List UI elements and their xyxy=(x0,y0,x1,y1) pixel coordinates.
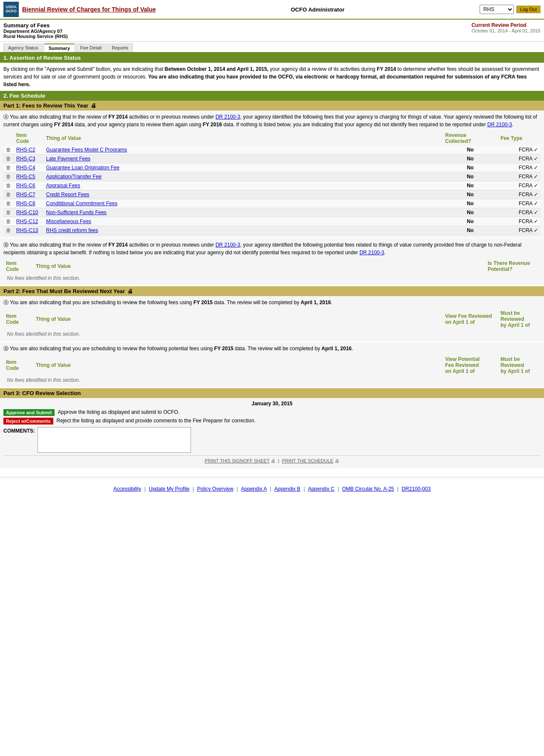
footer-sep-3: | xyxy=(237,486,239,492)
dr2100-3-link-2b[interactable]: DR 2100-3 xyxy=(359,250,384,256)
item-code-link[interactable]: RHS-C8 xyxy=(16,201,35,206)
printer-icon-schedule: 🖨 xyxy=(335,458,339,463)
thing-of-value-link[interactable]: Application/Transfer Fee xyxy=(46,174,101,180)
revenue-cell: No xyxy=(443,226,498,235)
thing-of-value-link[interactable]: RHS credit reform fees xyxy=(46,227,98,233)
tab-agency-status[interactable]: Agency Status xyxy=(3,44,43,52)
section1-header: 1. Assertion of Review Status xyxy=(0,53,544,63)
thing-of-value-link[interactable]: Credit Report Fees xyxy=(46,192,89,198)
item-code-cell: RHS-C2 xyxy=(14,145,43,154)
revenue-cell: No xyxy=(443,154,498,163)
table-row: 🗑 RHS-C10 Non-Sufficient Funds Fees No F… xyxy=(3,208,541,217)
cfo-date: January 30, 2015 xyxy=(3,401,541,407)
footer-appendix-b-link[interactable]: Appendix B xyxy=(274,486,300,492)
header-right: RHS Log Out xyxy=(480,5,541,14)
item-code-cell: RHS-C4 xyxy=(14,163,43,172)
thing-of-value-link[interactable]: Non-Sufficient Funds Fees xyxy=(46,209,107,215)
fee-type-cell: FCRA ✓ xyxy=(498,181,541,190)
trash-icon[interactable]: 🗑 xyxy=(6,192,11,198)
footer-dr2100-003-link[interactable]: DR2100-003 xyxy=(402,486,431,492)
col-header-revenue: RevenueCollected? xyxy=(443,131,498,145)
footer: Accessibility | Update My Profile | Poli… xyxy=(0,477,544,500)
tab-summary[interactable]: Summary xyxy=(44,44,75,52)
cfo-section: January 30, 2015 Approve and Submit Appr… xyxy=(0,398,544,468)
trash-cell: 🗑 xyxy=(3,145,14,154)
footer-accessibility-link[interactable]: Accessibility xyxy=(113,486,141,492)
item-code-cell: RHS-C3 xyxy=(14,154,43,163)
footer-appendix-c-link[interactable]: Appendix C xyxy=(308,486,334,492)
item-code-link[interactable]: RHS-C6 xyxy=(16,183,35,189)
dr2100-3-link-1b[interactable]: DR 2100-3 xyxy=(487,122,512,128)
footer-sep-5: | xyxy=(304,486,306,492)
reject-comments-button[interactable]: Reject w/Comments xyxy=(3,418,53,425)
section2-header: 2. Fee Schedule xyxy=(0,91,544,101)
fees-table-a: ItemCode Thing of Value RevenueCollected… xyxy=(3,131,541,235)
dr2100-3-link-1a[interactable]: DR 2100-3 xyxy=(215,114,240,120)
comments-textarea[interactable] xyxy=(38,427,191,453)
part1-b-text: Ⓑ You are also indicating that in the re… xyxy=(3,241,541,256)
summary-title: Summary of Fees xyxy=(3,22,68,29)
summary-left: Summary of Fees Department AG/Agency 07 … xyxy=(3,22,68,39)
part2-fees-table-a: ItemCode Thing of Value View Fee Reviewe… xyxy=(3,309,541,329)
trash-icon[interactable]: 🗑 xyxy=(6,156,11,162)
trash-icon[interactable]: 🗑 xyxy=(6,209,11,215)
trash-icon[interactable]: 🗑 xyxy=(6,147,11,153)
trash-cell: 🗑 xyxy=(3,199,14,208)
trash-icon[interactable]: 🗑 xyxy=(6,218,11,224)
trash-icon[interactable]: 🗑 xyxy=(6,227,11,233)
navigation-tabs: Agency Status Summary Fee Detail Reports xyxy=(0,42,544,53)
tab-reports[interactable]: Reports xyxy=(107,44,133,52)
fee-type-cell: FCRA ✓ xyxy=(498,226,541,235)
item-code-link[interactable]: RHS-C12 xyxy=(16,218,38,224)
p2-col-view-fee: View Fee Reviewedon April 1 of xyxy=(443,309,498,329)
thing-of-value-link[interactable]: Miscellaneous Fees xyxy=(46,218,91,224)
trash-icon[interactable]: 🗑 xyxy=(6,201,11,206)
footer-omb-circular-link[interactable]: OMB Circular No. A-25 xyxy=(342,486,394,492)
revenue-cell: No xyxy=(443,163,498,172)
part2-no-fees-b: No fees identified in this section. xyxy=(3,375,541,385)
item-code-link[interactable]: RHS-C10 xyxy=(16,209,38,215)
trash-icon[interactable]: 🗑 xyxy=(6,183,11,189)
tab-fee-detail[interactable]: Fee Detail xyxy=(75,44,106,52)
thing-of-value-link[interactable]: Late Payment Fees xyxy=(46,156,90,162)
thing-of-value-link[interactable]: Condititional Commitment Fees xyxy=(46,201,117,206)
footer-appendix-a-link[interactable]: Appendix A xyxy=(241,486,266,492)
crp-title: Current Review Period xyxy=(472,22,541,28)
p2-col-item: ItemCode xyxy=(3,309,33,329)
department-label: Department AG/Agency 07 xyxy=(3,29,68,34)
table-row: 🗑 RHS-C8 Condititional Commitment Fees N… xyxy=(3,199,541,208)
thing-of-value-link[interactable]: Guarantee Fees Model C Programs xyxy=(46,147,127,153)
p2-col-tov: Thing of Value xyxy=(33,309,443,329)
col-b-item-code: ItemCode xyxy=(3,259,33,273)
item-code-link[interactable]: RHS-C13 xyxy=(16,227,38,233)
printer-icon-part2: 🖨 xyxy=(127,288,133,294)
comments-row: COMMENTS: xyxy=(3,427,541,453)
part3-label: Part 3: CFO Review Selection xyxy=(3,390,81,396)
thing-of-value-cell: Credit Report Fees xyxy=(43,190,443,199)
footer-policy-overview-link[interactable]: Policy Overview xyxy=(197,486,233,492)
thing-of-value-link[interactable]: Appraisal Fees xyxy=(46,183,80,189)
print-schedule-link[interactable]: PRINT THE SCHEDULE xyxy=(282,458,333,463)
p2b-col-item: ItemCode xyxy=(3,355,33,375)
header-left: USDA OCFO Biennial Review of Charges for… xyxy=(3,2,156,17)
p2b-col-view-potential: View PotentialFee Reviewedon April 1 of xyxy=(443,355,498,375)
footer-sep-1: | xyxy=(145,486,147,492)
dr2100-3-link-2a[interactable]: DR 2100-3 xyxy=(215,242,240,248)
thing-of-value-cell: Condititional Commitment Fees xyxy=(43,199,443,208)
part2-section-a: Ⓐ You are also indicating that you are s… xyxy=(0,296,544,341)
item-code-link[interactable]: RHS-C7 xyxy=(16,192,35,198)
logout-button[interactable]: Log Out xyxy=(516,6,541,13)
agency-select[interactable]: RHS xyxy=(480,5,514,14)
item-code-link[interactable]: RHS-C4 xyxy=(16,165,35,171)
trash-cell: 🗑 xyxy=(3,217,14,226)
thing-of-value-cell: Late Payment Fees xyxy=(43,154,443,163)
item-code-link[interactable]: RHS-C5 xyxy=(16,174,35,180)
approve-submit-button[interactable]: Approve and Submit xyxy=(3,409,55,416)
thing-of-value-link[interactable]: Guarantee Loan Origination Fee xyxy=(46,165,119,171)
trash-icon[interactable]: 🗑 xyxy=(6,165,11,171)
item-code-link[interactable]: RHS-C2 xyxy=(16,147,35,153)
trash-icon[interactable]: 🗑 xyxy=(6,174,11,180)
print-signoff-link[interactable]: PRINT THIS SIGNOFF SHEET xyxy=(205,458,269,463)
footer-update-profile-link[interactable]: Update My Profile xyxy=(149,486,189,492)
item-code-link[interactable]: RHS-C3 xyxy=(16,156,35,162)
